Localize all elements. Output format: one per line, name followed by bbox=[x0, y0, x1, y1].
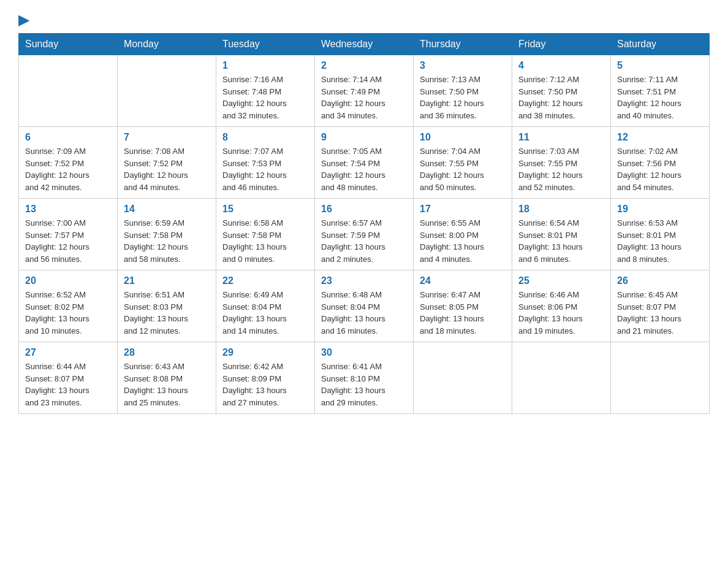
day-number: 24 bbox=[420, 275, 506, 286]
calendar-day-cell: 6Sunrise: 7:09 AM Sunset: 7:52 PM Daylig… bbox=[19, 127, 118, 199]
calendar-day-cell bbox=[512, 342, 611, 414]
day-info: Sunrise: 6:48 AM Sunset: 8:04 PM Dayligh… bbox=[321, 289, 407, 337]
calendar-day-cell: 27Sunrise: 6:44 AM Sunset: 8:07 PM Dayli… bbox=[19, 342, 118, 414]
logo-arrow-icon: ▶ bbox=[18, 12, 29, 28]
day-of-week-header: Wednesday bbox=[315, 34, 414, 55]
calendar-day-cell: 8Sunrise: 7:07 AM Sunset: 7:53 PM Daylig… bbox=[216, 127, 315, 199]
day-info: Sunrise: 7:00 AM Sunset: 7:57 PM Dayligh… bbox=[25, 217, 111, 265]
day-number: 7 bbox=[124, 132, 210, 143]
day-number: 27 bbox=[25, 347, 111, 358]
calendar-week-row: 6Sunrise: 7:09 AM Sunset: 7:52 PM Daylig… bbox=[19, 127, 710, 199]
calendar-day-cell bbox=[611, 342, 710, 414]
calendar-week-row: 20Sunrise: 6:52 AM Sunset: 8:02 PM Dayli… bbox=[19, 270, 710, 342]
day-info: Sunrise: 6:51 AM Sunset: 8:03 PM Dayligh… bbox=[124, 289, 210, 337]
calendar-week-row: 1Sunrise: 7:16 AM Sunset: 7:48 PM Daylig… bbox=[19, 55, 710, 127]
calendar-day-cell: 19Sunrise: 6:53 AM Sunset: 8:01 PM Dayli… bbox=[611, 199, 710, 270]
calendar-day-cell: 7Sunrise: 7:08 AM Sunset: 7:52 PM Daylig… bbox=[118, 127, 216, 199]
day-number: 1 bbox=[222, 60, 308, 71]
calendar-day-cell: 13Sunrise: 7:00 AM Sunset: 7:57 PM Dayli… bbox=[19, 199, 118, 270]
calendar-day-cell: 10Sunrise: 7:04 AM Sunset: 7:55 PM Dayli… bbox=[414, 127, 512, 199]
day-number: 13 bbox=[25, 204, 111, 215]
day-of-week-header: Saturday bbox=[611, 34, 710, 55]
calendar-day-cell: 16Sunrise: 6:57 AM Sunset: 7:59 PM Dayli… bbox=[315, 199, 414, 270]
calendar-day-cell: 17Sunrise: 6:55 AM Sunset: 8:00 PM Dayli… bbox=[414, 199, 512, 270]
day-info: Sunrise: 7:05 AM Sunset: 7:54 PM Dayligh… bbox=[321, 145, 407, 193]
day-number: 11 bbox=[518, 132, 604, 143]
day-of-week-header: Tuesday bbox=[216, 34, 315, 55]
day-info: Sunrise: 6:55 AM Sunset: 8:00 PM Dayligh… bbox=[420, 217, 506, 265]
day-number: 6 bbox=[25, 132, 111, 143]
day-number: 15 bbox=[222, 204, 308, 215]
day-number: 8 bbox=[222, 132, 308, 143]
calendar-day-cell: 11Sunrise: 7:03 AM Sunset: 7:55 PM Dayli… bbox=[512, 127, 611, 199]
day-info: Sunrise: 7:11 AM Sunset: 7:51 PM Dayligh… bbox=[617, 74, 703, 121]
calendar-day-cell bbox=[19, 55, 118, 127]
calendar-day-cell: 9Sunrise: 7:05 AM Sunset: 7:54 PM Daylig… bbox=[315, 127, 414, 199]
calendar-week-row: 27Sunrise: 6:44 AM Sunset: 8:07 PM Dayli… bbox=[19, 342, 710, 414]
day-of-week-header: Thursday bbox=[414, 34, 512, 55]
day-number: 20 bbox=[25, 275, 111, 286]
calendar-day-cell: 26Sunrise: 6:45 AM Sunset: 8:07 PM Dayli… bbox=[611, 270, 710, 342]
day-number: 16 bbox=[321, 204, 407, 215]
day-info: Sunrise: 6:58 AM Sunset: 7:58 PM Dayligh… bbox=[222, 217, 308, 265]
day-info: Sunrise: 6:41 AM Sunset: 8:10 PM Dayligh… bbox=[321, 361, 407, 408]
calendar-day-cell: 1Sunrise: 7:16 AM Sunset: 7:48 PM Daylig… bbox=[216, 55, 315, 127]
calendar-day-cell: 30Sunrise: 6:41 AM Sunset: 8:10 PM Dayli… bbox=[315, 342, 414, 414]
day-info: Sunrise: 6:53 AM Sunset: 8:01 PM Dayligh… bbox=[617, 217, 703, 265]
day-info: Sunrise: 7:09 AM Sunset: 7:52 PM Dayligh… bbox=[25, 145, 111, 193]
calendar-day-cell: 22Sunrise: 6:49 AM Sunset: 8:04 PM Dayli… bbox=[216, 270, 315, 342]
calendar-day-cell: 21Sunrise: 6:51 AM Sunset: 8:03 PM Dayli… bbox=[118, 270, 216, 342]
calendar-body: 1Sunrise: 7:16 AM Sunset: 7:48 PM Daylig… bbox=[19, 55, 710, 414]
day-number: 26 bbox=[617, 275, 703, 286]
logo: ▶ bbox=[18, 12, 29, 27]
day-info: Sunrise: 6:52 AM Sunset: 8:02 PM Dayligh… bbox=[25, 289, 111, 337]
day-of-week-header: Friday bbox=[512, 34, 611, 55]
calendar-day-cell bbox=[414, 342, 512, 414]
day-info: Sunrise: 7:12 AM Sunset: 7:50 PM Dayligh… bbox=[518, 74, 604, 121]
calendar-day-cell: 4Sunrise: 7:12 AM Sunset: 7:50 PM Daylig… bbox=[512, 55, 611, 127]
day-info: Sunrise: 6:49 AM Sunset: 8:04 PM Dayligh… bbox=[222, 289, 308, 337]
day-info: Sunrise: 7:16 AM Sunset: 7:48 PM Dayligh… bbox=[222, 74, 308, 121]
day-info: Sunrise: 7:13 AM Sunset: 7:50 PM Dayligh… bbox=[420, 74, 506, 121]
day-number: 4 bbox=[518, 60, 604, 71]
calendar-day-cell: 23Sunrise: 6:48 AM Sunset: 8:04 PM Dayli… bbox=[315, 270, 414, 342]
day-info: Sunrise: 6:44 AM Sunset: 8:07 PM Dayligh… bbox=[25, 361, 111, 408]
days-of-week-row: SundayMondayTuesdayWednesdayThursdayFrid… bbox=[19, 34, 710, 55]
day-info: Sunrise: 6:47 AM Sunset: 8:05 PM Dayligh… bbox=[420, 289, 506, 337]
calendar-day-cell: 25Sunrise: 6:46 AM Sunset: 8:06 PM Dayli… bbox=[512, 270, 611, 342]
day-number: 21 bbox=[124, 275, 210, 286]
day-info: Sunrise: 6:42 AM Sunset: 8:09 PM Dayligh… bbox=[222, 361, 308, 408]
calendar-day-cell: 3Sunrise: 7:13 AM Sunset: 7:50 PM Daylig… bbox=[414, 55, 512, 127]
day-info: Sunrise: 7:07 AM Sunset: 7:53 PM Dayligh… bbox=[222, 145, 308, 193]
day-of-week-header: Monday bbox=[118, 34, 216, 55]
calendar-day-cell: 28Sunrise: 6:43 AM Sunset: 8:08 PM Dayli… bbox=[118, 342, 216, 414]
day-number: 18 bbox=[518, 204, 604, 215]
day-number: 22 bbox=[222, 275, 308, 286]
day-info: Sunrise: 6:46 AM Sunset: 8:06 PM Dayligh… bbox=[518, 289, 604, 337]
day-number: 10 bbox=[420, 132, 506, 143]
calendar-day-cell: 29Sunrise: 6:42 AM Sunset: 8:09 PM Dayli… bbox=[216, 342, 315, 414]
calendar-day-cell: 14Sunrise: 6:59 AM Sunset: 7:58 PM Dayli… bbox=[118, 199, 216, 270]
calendar-day-cell: 15Sunrise: 6:58 AM Sunset: 7:58 PM Dayli… bbox=[216, 199, 315, 270]
calendar-day-cell: 18Sunrise: 6:54 AM Sunset: 8:01 PM Dayli… bbox=[512, 199, 611, 270]
day-info: Sunrise: 7:08 AM Sunset: 7:52 PM Dayligh… bbox=[124, 145, 210, 193]
calendar-day-cell: 20Sunrise: 6:52 AM Sunset: 8:02 PM Dayli… bbox=[19, 270, 118, 342]
calendar-table: SundayMondayTuesdayWednesdayThursdayFrid… bbox=[18, 33, 710, 414]
day-number: 17 bbox=[420, 204, 506, 215]
day-info: Sunrise: 7:14 AM Sunset: 7:49 PM Dayligh… bbox=[321, 74, 407, 121]
day-number: 29 bbox=[222, 347, 308, 358]
day-number: 3 bbox=[420, 60, 506, 71]
calendar-week-row: 13Sunrise: 7:00 AM Sunset: 7:57 PM Dayli… bbox=[19, 199, 710, 270]
day-of-week-header: Sunday bbox=[19, 34, 118, 55]
day-number: 23 bbox=[321, 275, 407, 286]
calendar-day-cell: 12Sunrise: 7:02 AM Sunset: 7:56 PM Dayli… bbox=[611, 127, 710, 199]
day-info: Sunrise: 7:02 AM Sunset: 7:56 PM Dayligh… bbox=[617, 145, 703, 193]
calendar-day-cell: 5Sunrise: 7:11 AM Sunset: 7:51 PM Daylig… bbox=[611, 55, 710, 127]
day-info: Sunrise: 7:04 AM Sunset: 7:55 PM Dayligh… bbox=[420, 145, 506, 193]
day-number: 19 bbox=[617, 204, 703, 215]
day-number: 9 bbox=[321, 132, 407, 143]
calendar-day-cell: 24Sunrise: 6:47 AM Sunset: 8:05 PM Dayli… bbox=[414, 270, 512, 342]
calendar-day-cell bbox=[118, 55, 216, 127]
day-info: Sunrise: 6:57 AM Sunset: 7:59 PM Dayligh… bbox=[321, 217, 407, 265]
day-info: Sunrise: 6:43 AM Sunset: 8:08 PM Dayligh… bbox=[124, 361, 210, 408]
